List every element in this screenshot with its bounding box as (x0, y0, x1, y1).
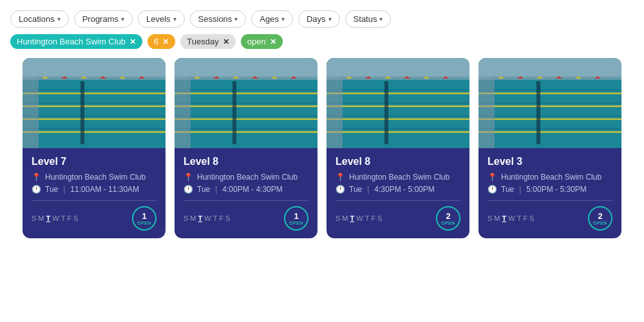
card-location: Huntington Beach Swim Club (349, 173, 450, 182)
pin-icon: 📍 (32, 173, 41, 182)
card-location-row: 📍 Huntington Beach Swim Club (488, 173, 612, 182)
filter-btn-programs[interactable]: Programs▾ (74, 10, 133, 28)
filter-btn-locations[interactable]: Locations▾ (10, 10, 69, 28)
day-letter: T (502, 214, 507, 222)
svg-rect-76 (478, 77, 495, 148)
open-badge: 2 OPEN (436, 206, 460, 231)
filter-btn-ages[interactable]: Ages▾ (251, 10, 293, 28)
day-letter: W (356, 214, 363, 222)
chip-close-icon[interactable]: ✕ (223, 37, 229, 46)
days-row: SMTWTFS (488, 214, 534, 222)
chip-open[interactable]: open✕ (241, 34, 283, 49)
clock-icon: 🕐 (336, 185, 345, 194)
svg-rect-33 (232, 81, 236, 144)
svg-rect-1 (23, 58, 166, 77)
open-badge: 1 OPEN (284, 206, 308, 231)
day-letter: F (219, 214, 223, 222)
day-letter: F (67, 214, 71, 222)
filter-btn-days[interactable]: Days▾ (298, 10, 340, 28)
day-letter: M (190, 214, 196, 222)
card-pool-image (478, 58, 621, 148)
chevron-icon: ▾ (281, 15, 285, 23)
chip-tuesday[interactable]: Tuesday✕ (180, 34, 235, 49)
svg-rect-64 (478, 58, 621, 77)
svg-rect-54 (384, 81, 388, 144)
card-pool-image (327, 58, 469, 148)
card-footer: SMTWTFS 1 OPEN (175, 206, 317, 238)
days-row: SMTWTFS (32, 214, 78, 222)
days-row: SMTWTFS (336, 214, 382, 222)
card-day: Tue (349, 185, 362, 194)
chevron-icon: ▾ (57, 15, 61, 23)
badge-count: 2 (446, 212, 450, 220)
card-divider (336, 200, 460, 201)
card-time-row: 🕐 Tue | 4:30PM - 5:00PM (336, 185, 460, 194)
card-divider (184, 200, 308, 201)
card-level: Level 3 (488, 156, 612, 167)
card[interactable]: Level 8 📍 Huntington Beach Swim Club 🕐 T… (175, 58, 317, 238)
open-badge: 1 OPEN (132, 206, 156, 231)
day-letter: F (371, 214, 375, 222)
card-location-row: 📍 Huntington Beach Swim Club (336, 173, 460, 182)
chip-6[interactable]: 6✕ (147, 34, 175, 49)
card-time: 4:30PM - 5:00PM (374, 185, 434, 194)
days-row: SMTWTFS (184, 214, 230, 222)
clock-icon: 🕐 (32, 185, 41, 194)
clock-icon: 🕐 (488, 185, 497, 194)
day-letter: M (38, 214, 44, 222)
chip-close-icon[interactable]: ✕ (270, 37, 276, 46)
day-letter: S (488, 214, 492, 222)
pin-icon: 📍 (488, 173, 497, 182)
card-time: 11:00AM - 11:30AM (70, 185, 139, 194)
card-footer: SMTWTFS 1 OPEN (23, 206, 166, 238)
card-time: 5:00PM - 5:30PM (526, 185, 586, 194)
card-pool-image (175, 58, 317, 148)
chevron-icon: ▾ (328, 15, 332, 23)
card-day: Tue (197, 185, 210, 194)
chevron-icon: ▾ (121, 15, 124, 23)
day-letter: T (350, 214, 355, 222)
card[interactable]: Level 8 📍 Huntington Beach Swim Club 🕐 T… (327, 58, 469, 238)
svg-rect-13 (23, 77, 39, 148)
card-time-row: 🕐 Tue | 5:00PM - 5:30PM (488, 185, 612, 194)
svg-rect-22 (175, 58, 317, 77)
chip-close-icon[interactable]: ✕ (162, 37, 169, 46)
card-level: Level 8 (336, 156, 460, 167)
card-body: Level 3 📍 Huntington Beach Swim Club 🕐 T… (478, 148, 621, 201)
svg-rect-55 (327, 77, 343, 148)
chip-close-icon[interactable]: ✕ (129, 37, 136, 46)
filter-bar: Locations▾Programs▾Levels▾Sessions▾Ages▾… (0, 0, 644, 34)
badge-count: 1 (142, 212, 146, 220)
card-level: Level 7 (32, 156, 156, 167)
filter-btn-status[interactable]: Status▾ (345, 10, 392, 28)
day-letter: S (184, 214, 188, 222)
pin-icon: 📍 (184, 173, 193, 182)
card-day: Tue (45, 185, 58, 194)
card-divider (32, 200, 156, 201)
day-letter: W (508, 214, 515, 222)
card-pool-image (23, 58, 166, 148)
cards-area: Level 7 📍 Huntington Beach Swim Club 🕐 T… (0, 58, 644, 249)
card[interactable]: Level 7 📍 Huntington Beach Swim Club 🕐 T… (23, 58, 166, 238)
badge-label: OPEN (289, 221, 303, 225)
card-location: Huntington Beach Swim Club (501, 173, 601, 182)
filter-btn-levels[interactable]: Levels▾ (138, 10, 185, 28)
badge-count: 1 (294, 212, 298, 220)
card-time-row: 🕐 Tue | 4:00PM - 4:30PM (184, 185, 308, 194)
clock-icon: 🕐 (184, 185, 193, 194)
day-letter: S (377, 214, 382, 222)
card-level: Level 8 (184, 156, 308, 167)
day-letter: W (52, 214, 59, 222)
chip-huntington-beach-swim-club[interactable]: Huntington Beach Swim Club✕ (10, 34, 142, 49)
card-time-row: 🕐 Tue | 11:00AM - 11:30AM (32, 185, 156, 194)
card[interactable]: Level 3 📍 Huntington Beach Swim Club 🕐 T… (478, 58, 621, 238)
card-body: Level 8 📍 Huntington Beach Swim Club 🕐 T… (327, 148, 469, 201)
day-letter: T (365, 214, 370, 222)
day-letter: S (73, 214, 78, 222)
chevron-icon: ▾ (379, 15, 383, 23)
card-footer: SMTWTFS 2 OPEN (478, 206, 621, 238)
filter-btn-sessions[interactable]: Sessions▾ (190, 10, 247, 28)
day-letter: S (32, 214, 36, 222)
day-letter: S (529, 214, 534, 222)
badge-label: OPEN (137, 221, 151, 225)
